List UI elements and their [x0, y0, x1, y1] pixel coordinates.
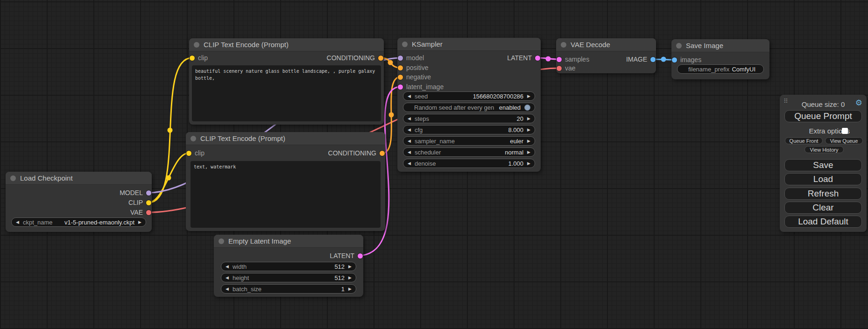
collapse-dot-icon[interactable]	[676, 43, 682, 49]
node-title-bar[interactable]: VAE Decode	[556, 38, 656, 51]
batch-size-widget[interactable]: ◀ batch_size 1 ▶	[221, 284, 356, 294]
decrement-arrow-icon[interactable]: ◀	[408, 128, 411, 132]
latent-output-dot[interactable]	[535, 56, 540, 61]
node-title-bar[interactable]: CLIP Text Encode (Prompt)	[189, 38, 384, 51]
link-midpoint-dot	[168, 128, 173, 133]
denoise-widget[interactable]: ◀ denoise 1.000 ▶	[403, 159, 535, 168]
sampler-name-widget[interactable]: ◀ sampler_name euler ▶	[403, 136, 535, 146]
random-seed-widget[interactable]: Random seed after every gen enabled	[403, 103, 535, 112]
ckpt-name-widget[interactable]: ◀ ckpt_name v1-5-pruned-emaonly.ckpt ▶	[11, 217, 146, 227]
widget-label: cfg	[415, 126, 423, 133]
node-vae-decode[interactable]: VAE Decode samples vae IMAGE	[556, 38, 656, 73]
vae-output-dot[interactable]	[146, 210, 151, 215]
input-slot-samples: samples	[557, 55, 589, 63]
prompt-textarea[interactable]: text, watermark	[191, 161, 381, 228]
model-input-dot[interactable]	[398, 56, 403, 61]
view-history-button[interactable]: View History	[804, 146, 844, 153]
decrement-arrow-icon[interactable]: ◀	[226, 276, 229, 280]
queue-prompt-button[interactable]: Queue Prompt	[784, 110, 862, 122]
increment-arrow-icon[interactable]: ▶	[348, 276, 352, 280]
decrement-arrow-icon[interactable]: ◀	[408, 150, 411, 154]
widget-label: ckpt_name	[23, 219, 53, 226]
height-widget[interactable]: ◀ height 512 ▶	[221, 273, 356, 282]
increment-arrow-icon[interactable]: ▶	[348, 287, 352, 291]
node-title: CLIP Text Encode (Prompt)	[204, 41, 289, 49]
collapse-dot-icon[interactable]	[402, 42, 408, 47]
slot-label: negative	[406, 73, 431, 81]
node-save-image[interactable]: Save Image images filename_prefix ComfyU…	[671, 39, 769, 79]
node-title-bar[interactable]: KSampler	[397, 38, 541, 51]
slot-label: clip	[198, 54, 208, 62]
latent-output-dot[interactable]	[358, 253, 363, 259]
decrement-arrow-icon[interactable]: ◀	[408, 117, 411, 121]
collapse-dot-icon[interactable]	[191, 136, 196, 141]
widget-value: v1-5-pruned-emaonly.ckpt	[64, 219, 134, 226]
decrement-arrow-icon[interactable]: ◀	[16, 220, 19, 224]
steps-widget[interactable]: ◀ steps 20 ▶	[403, 114, 535, 123]
comfyui-canvas[interactable]: { "colors": { "model": "#b39ddb", "clip"…	[0, 0, 868, 329]
random-seed-toggle-dot[interactable]	[524, 105, 530, 111]
clip-output-dot[interactable]	[146, 200, 151, 205]
collapse-dot-icon[interactable]	[194, 42, 199, 48]
model-output-dot[interactable]	[146, 190, 151, 196]
increment-arrow-icon[interactable]: ▶	[527, 161, 530, 166]
load-button[interactable]: Load	[784, 173, 862, 185]
input-slot-model: model	[398, 54, 424, 62]
extra-options-checkbox[interactable]	[842, 128, 848, 134]
increment-arrow-icon[interactable]: ▶	[527, 94, 530, 98]
link-midpoint-dot	[661, 57, 666, 62]
increment-arrow-icon[interactable]: ▶	[527, 139, 530, 143]
decrement-arrow-icon[interactable]: ◀	[408, 139, 411, 143]
increment-arrow-icon[interactable]: ▶	[527, 150, 530, 154]
negative-input-dot[interactable]	[398, 75, 403, 80]
settings-gear-icon[interactable]: ⚙	[855, 99, 862, 107]
node-ksampler[interactable]: KSampler model positive negative latent_…	[397, 38, 541, 172]
latent-image-input-dot[interactable]	[398, 84, 403, 90]
node-clip-text-encode-negative[interactable]: CLIP Text Encode (Prompt) clip CONDITION…	[186, 132, 385, 231]
view-queue-button[interactable]: View Queue	[825, 137, 863, 144]
node-title-bar[interactable]: CLIP Text Encode (Prompt)	[186, 132, 385, 145]
decrement-arrow-icon[interactable]: ◀	[226, 287, 229, 291]
node-title-bar[interactable]: Empty Latent Image	[214, 235, 363, 248]
collapse-dot-icon[interactable]	[10, 175, 16, 181]
widget-value: 1.000	[508, 160, 524, 167]
node-empty-latent-image[interactable]: Empty Latent Image LATENT ◀ width 512 ▶ …	[214, 235, 363, 297]
load-default-button[interactable]: Load Default	[784, 216, 862, 228]
decrement-arrow-icon[interactable]: ◀	[226, 265, 229, 269]
output-slot-clip: CLIP	[128, 198, 151, 207]
seed-widget[interactable]: ◀ seed 156680208700286 ▶	[403, 91, 535, 101]
clear-button[interactable]: Clear	[784, 202, 862, 214]
conditioning-output-dot[interactable]	[378, 56, 383, 61]
decrement-arrow-icon[interactable]: ◀	[408, 161, 411, 166]
increment-arrow-icon[interactable]: ▶	[527, 128, 530, 132]
image-output-dot[interactable]	[650, 57, 656, 62]
conditioning-output-dot[interactable]	[380, 151, 385, 156]
queue-front-button[interactable]: Queue Front	[785, 137, 823, 144]
node-title-bar[interactable]: Save Image	[671, 39, 769, 52]
positive-input-dot[interactable]	[398, 65, 403, 70]
scheduler-widget[interactable]: ◀ scheduler normal ▶	[403, 147, 535, 157]
node-clip-text-encode-positive[interactable]: CLIP Text Encode (Prompt) clip CONDITION…	[189, 38, 384, 125]
node-title-bar[interactable]: Load Checkpoint	[6, 172, 152, 185]
prompt-textarea[interactable]: beautiful scenery nature glass bottle la…	[192, 65, 381, 121]
collapse-dot-icon[interactable]	[561, 42, 566, 48]
increment-arrow-icon[interactable]: ▶	[138, 220, 141, 224]
save-button[interactable]: Save	[784, 159, 862, 171]
increment-arrow-icon[interactable]: ▶	[527, 117, 530, 121]
slot-label: clip	[195, 149, 205, 157]
refresh-button[interactable]: Refresh	[784, 188, 862, 200]
clip-input-dot[interactable]	[190, 56, 195, 61]
clip-input-dot[interactable]	[186, 151, 191, 156]
filename-prefix-widget[interactable]: filename_prefix ComfyUI	[677, 64, 764, 74]
width-widget[interactable]: ◀ width 512 ▶	[221, 262, 356, 271]
increment-arrow-icon[interactable]: ▶	[348, 265, 352, 269]
slot-label: MODEL	[120, 189, 143, 196]
decrement-arrow-icon[interactable]: ◀	[408, 94, 411, 98]
slot-label: VAE	[130, 209, 143, 216]
samples-input-dot[interactable]	[557, 57, 562, 62]
vae-input-dot[interactable]	[557, 66, 562, 71]
collapse-dot-icon[interactable]	[219, 238, 224, 244]
node-load-checkpoint[interactable]: Load Checkpoint MODEL CLIP VAE ◀ ckpt_na…	[6, 172, 152, 232]
cfg-widget[interactable]: ◀ cfg 8.000 ▶	[403, 125, 535, 134]
images-input-dot[interactable]	[672, 57, 677, 63]
